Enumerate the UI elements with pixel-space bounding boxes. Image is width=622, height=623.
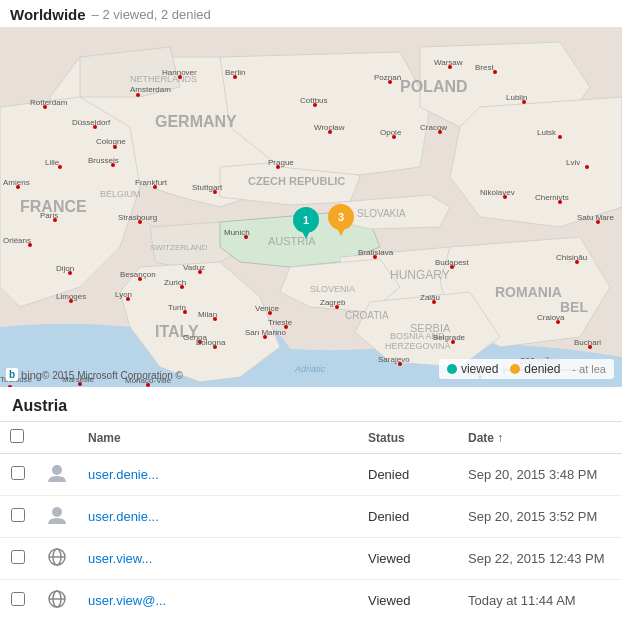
map-container[interactable]: GERMANY FRANCE POLAND CZECH REPUBLIC SLO… bbox=[0, 27, 622, 387]
row-checkbox[interactable] bbox=[11, 592, 25, 606]
svg-text:Milan: Milan bbox=[198, 310, 217, 319]
legend-denied: denied bbox=[510, 362, 560, 376]
svg-text:Sarajevo: Sarajevo bbox=[378, 355, 410, 364]
svg-text:Poznań: Poznań bbox=[374, 73, 401, 82]
svg-text:3: 3 bbox=[338, 211, 344, 223]
svg-text:Cracow: Cracow bbox=[420, 123, 447, 132]
svg-text:SLOVAKIA: SLOVAKIA bbox=[357, 208, 406, 219]
svg-text:Cottbus: Cottbus bbox=[300, 96, 328, 105]
svg-text:Opole: Opole bbox=[380, 128, 402, 137]
map-pin-viewed[interactable]: 1 bbox=[293, 207, 319, 242]
svg-text:Lutsk: Lutsk bbox=[537, 128, 557, 137]
row-icon-cell bbox=[36, 454, 78, 496]
map-attribution: © 2015 Microsoft Corporation © bbox=[42, 370, 183, 381]
denied-label: denied bbox=[524, 362, 560, 376]
svg-text:Munich: Munich bbox=[224, 228, 250, 237]
svg-text:Strasbourg: Strasbourg bbox=[118, 213, 157, 222]
user-icon bbox=[46, 462, 68, 484]
row-date: Sep 20, 2015 3:52 PM bbox=[458, 496, 622, 538]
svg-text:Nikolayev: Nikolayev bbox=[480, 188, 515, 197]
table-header-row: Name Status Date ↑ bbox=[0, 422, 622, 454]
table-row: user.denie...DeniedSep 20, 2015 3:48 PM bbox=[0, 454, 622, 496]
svg-text:Buchari: Buchari bbox=[574, 338, 601, 347]
svg-text:GERMANY: GERMANY bbox=[155, 113, 237, 130]
svg-text:Frankfurt: Frankfurt bbox=[135, 178, 168, 187]
svg-text:Brest: Brest bbox=[475, 63, 494, 72]
svg-text:Chernivts: Chernivts bbox=[535, 193, 569, 202]
table-header-name[interactable]: Name bbox=[78, 422, 358, 454]
globe-icon bbox=[46, 546, 68, 568]
row-checkbox-cell[interactable] bbox=[0, 454, 36, 496]
status-column-label: Status bbox=[368, 431, 405, 445]
row-icon-cell bbox=[36, 496, 78, 538]
row-checkbox[interactable] bbox=[11, 466, 25, 480]
svg-text:Zurich: Zurich bbox=[164, 278, 186, 287]
row-checkbox-cell[interactable] bbox=[0, 580, 36, 622]
row-icon-cell bbox=[36, 538, 78, 580]
svg-text:Paris: Paris bbox=[40, 211, 58, 220]
svg-text:Warsaw: Warsaw bbox=[434, 58, 463, 67]
svg-text:Brussels: Brussels bbox=[88, 156, 119, 165]
svg-text:POLAND: POLAND bbox=[400, 78, 468, 95]
viewed-label: viewed bbox=[461, 362, 498, 376]
svg-text:Vaduz: Vaduz bbox=[183, 263, 205, 272]
svg-text:San Marino: San Marino bbox=[245, 328, 286, 337]
table-row: user.view...ViewedSep 22, 2015 12:43 PM bbox=[0, 538, 622, 580]
svg-text:SLOVENIA: SLOVENIA bbox=[310, 284, 355, 294]
row-checkbox-cell[interactable] bbox=[0, 496, 36, 538]
svg-text:Turin: Turin bbox=[168, 303, 186, 312]
svg-text:HERZEGOVINA: HERZEGOVINA bbox=[385, 341, 451, 351]
row-date: Sep 22, 2015 12:43 PM bbox=[458, 538, 622, 580]
svg-text:Hannover: Hannover bbox=[162, 68, 197, 77]
legend-atleast: - at lea bbox=[572, 363, 606, 375]
table-header-checkbox[interactable] bbox=[0, 422, 36, 454]
svg-text:HUNGARY: HUNGARY bbox=[390, 268, 450, 282]
name-column-label: Name bbox=[88, 431, 121, 445]
svg-text:Prague: Prague bbox=[268, 158, 294, 167]
legend-viewed: viewed bbox=[447, 362, 498, 376]
date-column-label: Date ↑ bbox=[468, 431, 503, 445]
svg-text:Budapest: Budapest bbox=[435, 258, 470, 267]
svg-text:BELGIUM: BELGIUM bbox=[100, 189, 141, 199]
svg-text:CROATIA: CROATIA bbox=[345, 310, 389, 321]
row-name[interactable]: user.denie... bbox=[78, 454, 358, 496]
globe-icon bbox=[46, 588, 68, 610]
page-subtitle: – 2 viewed, 2 denied bbox=[92, 7, 211, 22]
svg-text:Chișinău: Chișinău bbox=[556, 253, 587, 262]
svg-text:Stuttgart: Stuttgart bbox=[192, 183, 223, 192]
row-status: Denied bbox=[358, 496, 458, 538]
row-name[interactable]: user.denie... bbox=[78, 496, 358, 538]
svg-text:Belgrade: Belgrade bbox=[433, 333, 466, 342]
svg-text:Amsterdam: Amsterdam bbox=[130, 85, 171, 94]
row-status: Viewed bbox=[358, 538, 458, 580]
row-checkbox[interactable] bbox=[11, 508, 25, 522]
svg-marker-135 bbox=[300, 227, 312, 239]
svg-text:1: 1 bbox=[303, 214, 309, 226]
page-header: Worldwide – 2 viewed, 2 denied bbox=[0, 0, 622, 27]
table-row: user.view@...ViewedToday at 11:44 AM bbox=[0, 580, 622, 622]
svg-text:Zalău: Zalău bbox=[420, 293, 440, 302]
svg-text:Bratislava: Bratislava bbox=[358, 248, 394, 257]
svg-text:Lviv: Lviv bbox=[566, 158, 580, 167]
svg-text:Düsseldorf: Düsseldorf bbox=[72, 118, 111, 127]
select-all-checkbox[interactable] bbox=[10, 429, 24, 443]
svg-text:Besançon: Besançon bbox=[120, 270, 156, 279]
table-row: user.denie...DeniedSep 20, 2015 3:52 PM bbox=[0, 496, 622, 538]
row-name[interactable]: user.view@... bbox=[78, 580, 358, 622]
row-name[interactable]: user.view... bbox=[78, 538, 358, 580]
user-icon bbox=[46, 504, 68, 526]
row-icon-cell bbox=[36, 580, 78, 622]
svg-text:Trieste: Trieste bbox=[268, 318, 293, 327]
row-checkbox-cell[interactable] bbox=[0, 538, 36, 580]
row-status: Viewed bbox=[358, 580, 458, 622]
svg-text:Limoges: Limoges bbox=[56, 292, 86, 301]
row-checkbox[interactable] bbox=[11, 550, 25, 564]
svg-point-140 bbox=[52, 465, 62, 475]
svg-text:Bologna: Bologna bbox=[196, 338, 226, 347]
section-title: Austria bbox=[0, 387, 622, 422]
page-title: Worldwide bbox=[10, 6, 86, 23]
table-header-date[interactable]: Date ↑ bbox=[458, 422, 622, 454]
map-pin-denied[interactable]: 3 bbox=[328, 204, 354, 239]
svg-point-68 bbox=[558, 135, 562, 139]
svg-text:Adriatic: Adriatic bbox=[294, 364, 326, 374]
